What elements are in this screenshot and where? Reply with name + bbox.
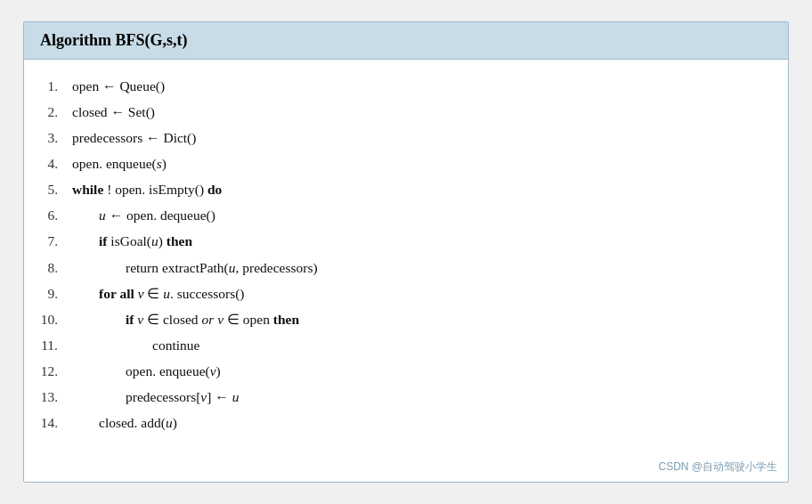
line-content: closed ← Set(): [72, 102, 155, 123]
table-row: 9.for all v ∈ u. successors(): [40, 283, 772, 305]
line-number: 2.: [40, 102, 72, 123]
line-content: predecessors[v] ← u: [72, 386, 239, 408]
line-content: open ← Queue(): [72, 76, 165, 97]
line-content: if v ∈ closed or v ∈ open then: [72, 309, 299, 330]
algorithm-body: 1.open ← Queue()2.closed ← Set()3.predec…: [24, 60, 788, 453]
line-content: u ← open. dequeue(): [72, 205, 215, 226]
line-content: for all v ∈ u. successors(): [72, 283, 245, 305]
watermark: CSDN @自动驾驶小学生: [24, 454, 788, 482]
algorithm-header: Algorithm BFS(G,s,t): [24, 22, 788, 60]
line-content: open. enqueue(s): [72, 153, 166, 175]
table-row: 8.return extractPath(u, predecessors): [40, 257, 772, 279]
line-content: continue: [72, 335, 199, 356]
line-number: 1.: [40, 76, 72, 97]
line-number: 10.: [40, 309, 72, 330]
line-number: 5.: [40, 179, 72, 200]
table-row: 6.u ← open. dequeue(): [40, 205, 772, 226]
table-row: 10.if v ∈ closed or v ∈ open then: [40, 309, 772, 330]
line-number: 6.: [40, 205, 72, 226]
line-number: 3.: [40, 127, 72, 149]
table-row: 12.open. enqueue(v): [40, 361, 772, 382]
line-number: 4.: [40, 153, 72, 175]
line-number: 7.: [40, 231, 72, 252]
line-content: open. enqueue(v): [72, 361, 221, 382]
line-content: predecessors ← Dict(): [72, 127, 196, 149]
table-row: 2.closed ← Set(): [40, 102, 772, 123]
line-number: 11.: [40, 335, 72, 356]
table-row: 14.closed. add(u): [40, 412, 772, 434]
line-number: 13.: [40, 386, 72, 408]
line-content: if isGoal(u) then: [72, 231, 192, 252]
line-number: 9.: [40, 283, 72, 305]
line-number: 8.: [40, 257, 72, 279]
line-number: 14.: [40, 412, 72, 434]
table-row: 1.open ← Queue(): [40, 76, 772, 97]
line-number: 12.: [40, 361, 72, 382]
table-row: 11.continue: [40, 335, 772, 356]
table-row: 4.open. enqueue(s): [40, 153, 772, 175]
line-content: return extractPath(u, predecessors): [72, 257, 318, 279]
table-row: 7.if isGoal(u) then: [40, 231, 772, 252]
table-row: 13.predecessors[v] ← u: [40, 386, 772, 408]
line-content: while ! open. isEmpty() do: [72, 179, 222, 200]
algorithm-title: Algorithm BFS(G,s,t): [40, 31, 188, 49]
algorithm-container: Algorithm BFS(G,s,t) 1.open ← Queue()2.c…: [23, 21, 789, 482]
table-row: 5.while ! open. isEmpty() do: [40, 179, 772, 200]
line-content: closed. add(u): [72, 412, 177, 434]
table-row: 3.predecessors ← Dict(): [40, 127, 772, 149]
